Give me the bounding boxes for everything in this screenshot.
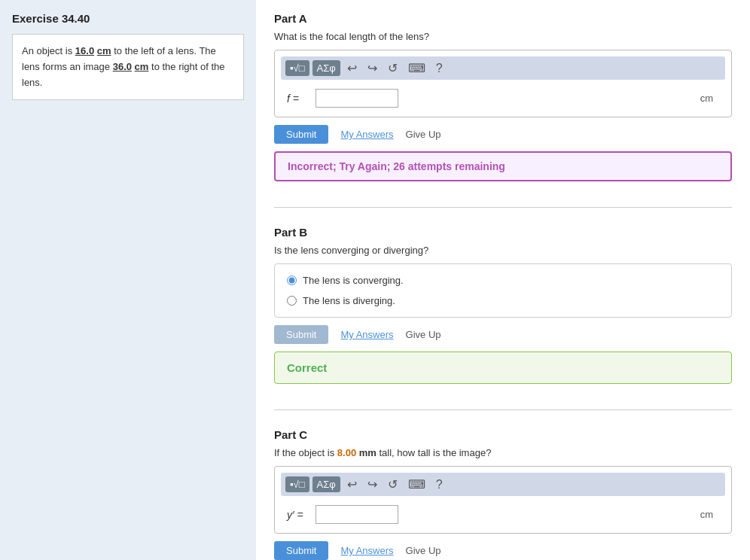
part-a-incorrect-banner: Incorrect; Try Again; 26 attempts remain… (274, 151, 732, 181)
part-a-actions: Submit My Answers Give Up (274, 125, 732, 144)
undo-button[interactable]: ↩ (343, 59, 361, 77)
part-c-input[interactable] (316, 505, 398, 524)
problem-text-1: An object is (22, 45, 75, 56)
exercise-title: Exercise 34.40 (12, 12, 244, 25)
matrix-sqrt-button[interactable]: ▪√□ (285, 60, 309, 76)
part-c-question-1: If the object is (274, 447, 337, 458)
part-b-option1-label[interactable]: The lens is converging. (303, 275, 404, 286)
problem-val2: 36.0 (113, 61, 132, 72)
part-c-question-val: 8.00 (337, 447, 356, 458)
part-c-give-up[interactable]: Give Up (406, 545, 441, 556)
part-c-question: If the object is 8.00 mm tall, how tall … (274, 447, 732, 458)
part-b-option2-label[interactable]: The lens is diverging. (303, 295, 395, 306)
part-a-my-answers-button[interactable]: My Answers (340, 129, 393, 140)
part-b-option2-row: The lens is diverging. (284, 291, 722, 311)
problem-unit1: cm (97, 45, 111, 56)
part-c-alpha-sigma-button[interactable]: ΑΣφ (312, 476, 340, 492)
part-c-title: Part C (274, 428, 732, 441)
part-c-section: Part C If the object is 8.00 mm tall, ho… (274, 428, 732, 560)
redo-button[interactable]: ↪ (364, 59, 381, 77)
part-b-my-answers-button[interactable]: My Answers (340, 329, 393, 340)
part-b-question: Is the lens converging or diverging? (274, 245, 732, 256)
problem-unit2: cm (135, 61, 149, 72)
part-b-give-up[interactable]: Give Up (406, 329, 441, 340)
part-c-matrix-sqrt-button[interactable]: ▪√□ (285, 476, 309, 492)
part-c-unit: cm (700, 509, 719, 520)
problem-val1: 16.0 (75, 45, 94, 56)
part-b-title: Part B (274, 226, 732, 239)
part-c-math-input-area: ▪√□ ΑΣφ ↩ ↪ ↺ ⌨ ? y′ = cm (274, 466, 732, 534)
reset-button[interactable]: ↺ (384, 59, 401, 77)
part-a-math-input-area: ▪√□ ΑΣφ ↩ ↪ ↺ ⌨ ? f = cm (274, 50, 732, 117)
part-c-input-row: y′ = cm (281, 502, 725, 527)
part-a-question: What is the focal length of the lens? (274, 31, 732, 42)
keyboard-button[interactable]: ⌨ (404, 59, 429, 77)
part-a-section: Part A What is the focal length of the l… (274, 12, 732, 208)
part-a-give-up[interactable]: Give Up (406, 129, 441, 140)
help-button-c[interactable]: ? (432, 476, 447, 493)
part-b-correct-banner: Correct (274, 352, 732, 384)
part-c-submit-button[interactable]: Submit (274, 541, 328, 560)
part-b-submit-button: Submit (274, 325, 328, 344)
part-a-input[interactable] (316, 89, 398, 108)
part-c-reset-button[interactable]: ↺ (384, 476, 401, 493)
part-b-radio-box: The lens is converging. The lens is dive… (274, 263, 732, 318)
part-a-title: Part A (274, 12, 732, 25)
part-a-unit: cm (700, 93, 719, 104)
part-c-toolbar: ▪√□ ΑΣφ ↩ ↪ ↺ ⌨ ? (281, 473, 725, 496)
main-content: Part A What is the focal length of the l… (256, 0, 750, 560)
part-b-section: Part B Is the lens converging or divergi… (274, 226, 732, 410)
part-c-question-unit: mm (359, 447, 377, 458)
help-button-a[interactable]: ? (432, 60, 447, 77)
part-a-toolbar: ▪√□ ΑΣφ ↩ ↪ ↺ ⌨ ? (281, 56, 725, 80)
part-a-submit-button[interactable]: Submit (274, 125, 328, 144)
part-a-input-label: f = (287, 93, 309, 105)
problem-statement: An object is 16.0 cm to the left of a le… (12, 34, 244, 100)
part-c-input-label: y′ = (287, 509, 309, 521)
part-b-radio-diverging[interactable] (287, 296, 297, 306)
part-c-keyboard-button[interactable]: ⌨ (404, 476, 429, 493)
part-c-my-answers-button[interactable]: My Answers (340, 545, 393, 556)
part-c-undo-button[interactable]: ↩ (343, 476, 361, 493)
alpha-sigma-button[interactable]: ΑΣφ (312, 60, 340, 76)
part-c-question-2: tall, how tall is the image? (377, 447, 491, 458)
part-c-actions: Submit My Answers Give Up (274, 541, 732, 560)
sidebar: Exercise 34.40 An object is 16.0 cm to t… (0, 0, 256, 560)
part-b-option1-row: The lens is converging. (284, 270, 722, 291)
part-b-actions: Submit My Answers Give Up (274, 325, 732, 344)
part-c-redo-button[interactable]: ↪ (364, 476, 381, 493)
part-b-radio-converging[interactable] (287, 275, 297, 285)
part-a-input-row: f = cm (281, 86, 725, 111)
